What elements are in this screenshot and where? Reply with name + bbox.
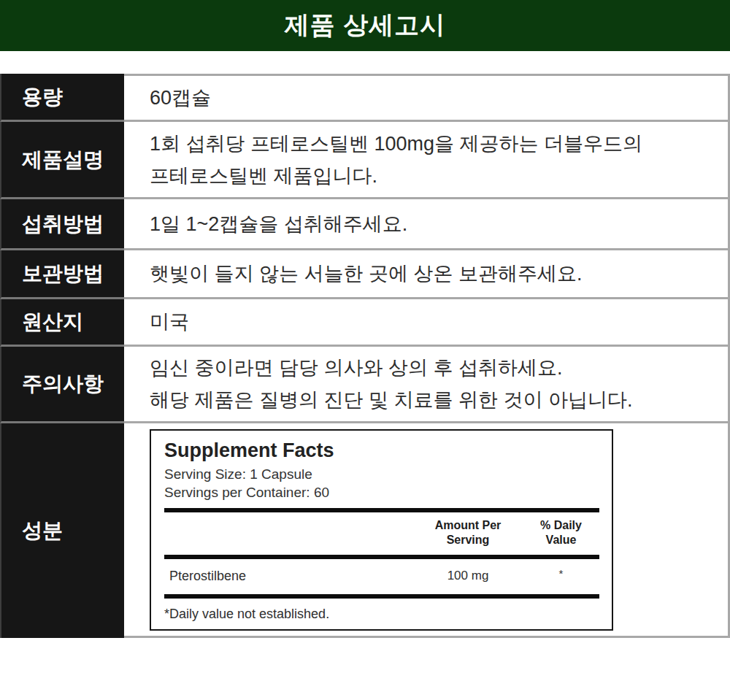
spec-value-ingredients: Supplement Facts Serving Size: 1 Capsule…: [124, 423, 730, 638]
header-line: Serving: [413, 533, 523, 547]
spec-label-usage: 섭취방법: [0, 199, 124, 250]
spec-value-capacity: 60캡슐: [124, 74, 730, 122]
spec-row-capacity: 용량 60캡슐: [0, 74, 730, 122]
header-line: % Daily: [523, 518, 599, 533]
spec-value-usage: 1일 1~2캡슐을 섭취해주세요.: [124, 199, 730, 250]
spec-label-text: 섭취방법: [22, 212, 104, 236]
spec-row-origin: 원산지 미국: [0, 299, 730, 347]
spec-label-text: 원산지: [22, 309, 104, 334]
spec-row-description: 제품설명 1회 섭취당 프테로스틸벤 100mg을 제공하는 더블우드의 프테로…: [0, 122, 730, 199]
serving-size-line: Serving Size: 1 Capsule: [164, 465, 599, 483]
spec-label-text: 성분: [22, 518, 104, 543]
spec-label-text: 제품설명: [22, 147, 104, 172]
spec-value-line: 해당 제품은 질병의 진단 및 치료를 위한 것이 아닙니다.: [150, 384, 728, 416]
spec-row-usage: 섭취방법 1일 1~2캡슐을 섭취해주세요.: [0, 199, 730, 250]
header-line: Value: [523, 533, 599, 547]
spec-label-origin: 원산지: [0, 299, 124, 347]
spec-label-caution: 주의사항: [0, 347, 124, 423]
spec-value-text: 60캡슐: [150, 82, 728, 114]
supplement-facts-header-row: Amount Per Serving % Daily Value: [164, 512, 599, 555]
spec-row-ingredients: 성분 Supplement Facts Serving Size: 1 Caps…: [0, 423, 730, 638]
spec-value-storage: 햇빛이 들지 않는 서늘한 곳에 상온 보관해주세요.: [124, 250, 730, 299]
spec-row-storage: 보관방법 햇빛이 들지 않는 서늘한 곳에 상온 보관해주세요.: [0, 250, 730, 299]
spec-label-ingredients: 성분: [0, 423, 124, 638]
spec-label-text: 용량: [22, 85, 104, 109]
spec-label-text: 주의사항: [22, 372, 104, 396]
daily-value-footnote: *Daily value not established.: [164, 599, 599, 622]
supplement-facts-title: Supplement Facts: [164, 439, 599, 463]
spec-value-line: 임신 중이라면 담당 의사와 상의 후 섭취하세요.: [150, 352, 728, 384]
spec-value-line: 프테로스틸벤 제품입니다.: [150, 160, 728, 192]
spec-value-origin: 미국: [124, 299, 730, 347]
supplement-facts-box: Supplement Facts Serving Size: 1 Capsule…: [150, 429, 613, 631]
servings-per-container-line: Servings per Container: 60: [164, 483, 599, 501]
ingredient-row: Pterostilbene 100 mg *: [164, 559, 599, 594]
spec-value-text: 햇빛이 들지 않는 서늘한 곳에 상온 보관해주세요.: [150, 258, 728, 290]
spec-value-text: 미국: [150, 306, 728, 338]
spec-label-capacity: 용량: [0, 74, 124, 122]
product-spec-table: 용량 60캡슐 제품설명 1회 섭취당 프테로스틸벤 100mg을 제공하는 더…: [0, 74, 730, 638]
ingredient-name: Pterostilbene: [164, 569, 413, 584]
spec-label-description: 제품설명: [0, 122, 124, 199]
title-banner: 제품 상세고시: [0, 0, 730, 51]
spec-label-storage: 보관방법: [0, 250, 124, 299]
spec-label-text: 보관방법: [22, 261, 104, 286]
spec-value-caution: 임신 중이라면 담당 의사와 상의 후 섭취하세요. 해당 제품은 질병의 진단…: [124, 347, 730, 423]
spec-value-text: 1일 1~2캡슐을 섭취해주세요.: [150, 208, 728, 240]
spec-value-line: 1회 섭취당 프테로스틸벤 100mg을 제공하는 더블우드의: [150, 128, 728, 160]
spec-row-caution: 주의사항 임신 중이라면 담당 의사와 상의 후 섭취하세요. 해당 제품은 질…: [0, 347, 730, 423]
page-title: 제품 상세고시: [285, 9, 445, 42]
spec-value-description: 1회 섭취당 프테로스틸벤 100mg을 제공하는 더블우드의 프테로스틸벤 제…: [124, 122, 730, 199]
ingredient-daily-value: *: [523, 569, 599, 579]
ingredient-amount: 100 mg: [413, 569, 523, 583]
header-line: Amount Per: [413, 518, 523, 533]
amount-per-serving-header: Amount Per Serving: [413, 518, 523, 547]
percent-daily-value-header: % Daily Value: [523, 518, 599, 547]
